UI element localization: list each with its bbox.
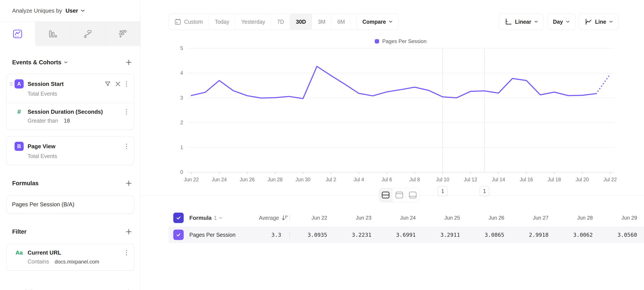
row-average: 3.3 [248, 232, 290, 238]
column-header[interactable]: Jun 29 [600, 215, 644, 221]
column-header[interactable]: Jun 25 [423, 215, 467, 221]
x-axis-label: Jul 14 [492, 177, 505, 182]
event-aggregation[interactable]: Total Events [7, 151, 134, 165]
analyze-value-dropdown[interactable]: User [66, 8, 78, 14]
x-axis-label: Jul 12 [464, 177, 477, 182]
x-axis-label: Jul 8 [410, 177, 420, 182]
chevron-down-icon [389, 21, 392, 23]
number-property-icon: # [14, 108, 24, 115]
calendar-icon [174, 19, 181, 25]
tab-retention[interactable] [105, 22, 140, 46]
chevron-down-icon[interactable] [64, 61, 68, 64]
series-header[interactable]: Formula [189, 215, 212, 221]
range-6m[interactable]: 6M [331, 14, 351, 30]
row-name[interactable]: Pages Per Session [189, 232, 236, 238]
add-breakdown-button[interactable] [125, 288, 133, 290]
chart-type-button[interactable]: Line [579, 14, 618, 30]
x-axis-label: Jun 30 [296, 177, 310, 182]
drag-handle-icon[interactable] [10, 82, 14, 85]
sort-descending-icon[interactable] [281, 215, 288, 221]
cell-value: 3.2911 [423, 232, 467, 238]
y-axis-label: 5 [180, 46, 183, 51]
select-all-checkbox[interactable] [173, 213, 184, 223]
range-30d[interactable]: 30D [290, 14, 312, 30]
condition-value: docs.mixpanel.com [55, 259, 99, 264]
range-yesterday[interactable]: Yesterday [235, 14, 271, 30]
column-header[interactable]: Jun 26 [467, 215, 511, 221]
tab-flows[interactable] [70, 22, 105, 46]
x-axis-label: Jul 16 [520, 177, 533, 182]
cell-value: 2.9918 [511, 232, 556, 238]
formula-text: Pages Per Session (B/A) [12, 201, 74, 208]
event-title[interactable]: Page View [28, 143, 125, 150]
range-7d[interactable]: 7D [271, 14, 290, 30]
kebab-menu-icon[interactable] [125, 249, 128, 256]
series-line[interactable] [191, 66, 596, 99]
add-event-button[interactable] [125, 58, 133, 67]
x-axis-label: Jul 6 [382, 177, 392, 182]
column-header[interactable]: Jun 23 [334, 215, 378, 221]
kebab-menu-icon[interactable] [125, 143, 128, 150]
formula-card[interactable]: Pages Per Session (B/A) [6, 195, 134, 214]
range-custom[interactable]: Custom [169, 14, 209, 30]
x-axis-label: Jun 22 [184, 177, 199, 182]
event-card-page-view: B Page View Total Events [6, 136, 134, 165]
event-card-session-start: A Session Start Total Events # Se [6, 74, 134, 130]
split-view-button[interactable] [379, 188, 392, 202]
cell-value: 3.2231 [334, 232, 378, 238]
y-axis-label: 1 [180, 145, 183, 150]
property-title[interactable]: Session Duration (Seconds) [28, 109, 125, 115]
average-header[interactable]: Average [259, 215, 279, 221]
tab-insights[interactable] [0, 22, 35, 46]
linear-axis-icon [504, 18, 512, 26]
string-property-icon: Aa [14, 249, 24, 256]
add-formula-button[interactable] [125, 179, 133, 187]
filter-funnel-icon[interactable] [105, 81, 111, 87]
property-condition[interactable]: Greater than10 [7, 115, 134, 130]
event-aggregation[interactable]: Total Events [7, 89, 134, 103]
chevron-down-icon [609, 21, 613, 23]
interval-button[interactable]: Day [547, 14, 576, 30]
add-filter-button[interactable] [125, 228, 133, 236]
cell-value: 3.0935 [290, 232, 334, 238]
analyze-header: Analyze Uniques by User [0, 0, 140, 22]
query-builder-sidebar: Analyze Uniques by User [0, 0, 140, 290]
column-header[interactable]: Jun 22 [290, 215, 334, 221]
line-chart[interactable]: 012345Jun 22Jun 24Jun 26Jun 28Jun 30Jul … [141, 33, 644, 206]
chevron-down-icon [534, 21, 538, 23]
column-header[interactable]: Jun 27 [511, 215, 556, 221]
event-title[interactable]: Session Start [28, 81, 105, 87]
table-only-view-button[interactable] [406, 188, 419, 202]
events-cohorts-header: Events & Cohorts [6, 58, 134, 67]
view-toggle-group [379, 188, 420, 202]
range-3m[interactable]: 3M [312, 14, 331, 30]
filter-condition[interactable]: Containsdocs.mixpanel.com [7, 256, 134, 270]
compare-button[interactable]: Compare [356, 14, 398, 30]
x-axis-label: Jun 28 [268, 177, 282, 182]
scale-button[interactable]: Linear [499, 14, 544, 30]
cell-value: 3.6991 [378, 232, 423, 238]
chart-only-view-button[interactable] [392, 188, 406, 202]
chevron-down-icon[interactable] [219, 217, 222, 219]
range-today[interactable]: Today [209, 14, 235, 30]
dots-grid-icon [118, 29, 128, 39]
condition-value: 10 [64, 118, 70, 124]
section-title: Formulas [12, 180, 39, 187]
remove-event-icon[interactable] [115, 81, 121, 87]
report-type-tabs [0, 22, 140, 46]
bar-chart-icon [47, 29, 58, 39]
tab-funnels[interactable] [35, 22, 70, 46]
x-axis-label: Jul 20 [576, 177, 589, 182]
section-title: Filter [12, 228, 26, 235]
row-checkbox[interactable] [173, 229, 184, 240]
column-header[interactable]: Jun 28 [556, 215, 600, 221]
x-axis-label: Jun 26 [240, 177, 255, 182]
filter-title[interactable]: Current URL [28, 249, 125, 256]
event-badge-b: B [14, 142, 24, 151]
kebab-menu-icon[interactable] [125, 108, 128, 115]
column-header[interactable]: Jun 24 [378, 215, 423, 221]
x-axis-label: Jul 10 [436, 177, 449, 182]
insights-chart-icon [12, 29, 23, 39]
event-badge-a: A [14, 79, 24, 89]
kebab-menu-icon[interactable] [125, 80, 128, 88]
